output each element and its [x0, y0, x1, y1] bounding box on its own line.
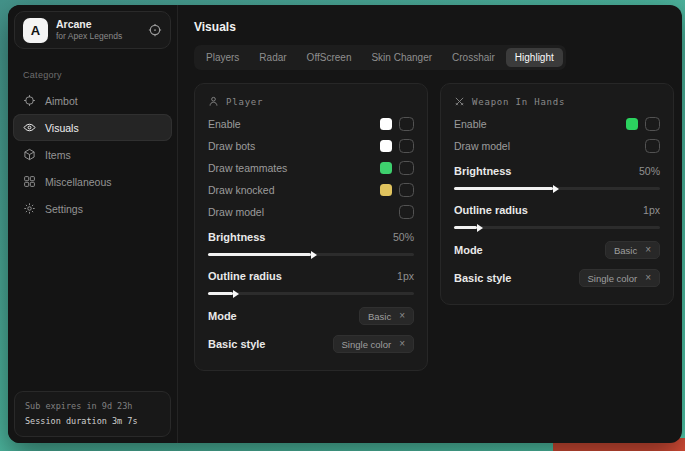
close-icon[interactable]: ×	[645, 245, 651, 255]
close-icon[interactable]: ×	[399, 339, 405, 349]
draw-teammates-checkbox[interactable]	[399, 161, 414, 175]
enable-checkbox[interactable]	[399, 117, 414, 131]
sidebar-item-visuals[interactable]: Visuals	[13, 114, 172, 141]
color-swatch[interactable]	[380, 162, 392, 174]
draw-model-checkbox[interactable]	[399, 205, 414, 219]
outline-radius-slider[interactable]	[454, 226, 660, 229]
brightness-value: 50%	[393, 231, 414, 243]
tab-offscreen[interactable]: OffScreen	[298, 48, 361, 67]
setting-row-basic-style: Basic style Single color ×	[454, 269, 660, 287]
tab-skin-changer[interactable]: Skin Changer	[362, 48, 441, 67]
setting-label: Basic style	[454, 272, 511, 284]
draw-bots-checkbox[interactable]	[399, 139, 414, 153]
draw-model-checkbox[interactable]	[645, 139, 660, 153]
basic-style-tag[interactable]: Single color ×	[333, 335, 414, 353]
player-icon	[208, 96, 219, 107]
setting-label: Brightness	[454, 165, 511, 177]
scope-icon[interactable]	[148, 23, 162, 37]
slider-thumb[interactable]	[233, 290, 239, 298]
eye-icon	[23, 121, 36, 134]
setting-row-draw-model: Draw model	[208, 204, 414, 219]
crosshair-icon	[23, 94, 36, 107]
setting-label: Basic style	[208, 338, 265, 350]
color-swatch[interactable]	[380, 184, 392, 196]
gear-icon	[23, 202, 36, 215]
sidebar-item-label: Aimbot	[45, 95, 78, 107]
player-panel-header: Player	[208, 96, 414, 107]
tab-highlight[interactable]: Highlight	[506, 48, 563, 67]
grid-icon	[23, 175, 36, 188]
slider-thumb[interactable]	[553, 185, 559, 193]
brightness-slider[interactable]	[208, 253, 414, 256]
setting-label: Outline radius	[454, 204, 528, 216]
outline-radius-slider[interactable]	[208, 292, 414, 295]
setting-row-outline-radius: Outline radius 1px	[454, 202, 660, 229]
page-title: Visuals	[194, 20, 682, 34]
subscription-info-card: Sub expires in 9d 23h Session duration 3…	[14, 391, 171, 437]
setting-label: Mode	[208, 310, 237, 322]
color-swatch[interactable]	[380, 140, 392, 152]
player-panel: Player Enable Draw bots	[194, 83, 428, 371]
mode-tag[interactable]: Basic ×	[605, 241, 660, 259]
setting-label: Draw teammates	[208, 162, 287, 174]
tag-value: Single color	[588, 273, 638, 284]
session-duration-text: Session duration 3m 7s	[25, 414, 160, 429]
setting-label: Mode	[454, 244, 483, 256]
close-icon[interactable]: ×	[645, 273, 651, 283]
enable-checkbox[interactable]	[645, 117, 660, 131]
sidebar-item-settings[interactable]: Settings	[13, 195, 172, 222]
sidebar-item-label: Miscellaneous	[45, 176, 112, 188]
sidebar-item-label: Items	[45, 149, 71, 161]
panel-title: Weapon In Hands	[472, 97, 565, 107]
tab-crosshair[interactable]: Crosshair	[443, 48, 504, 67]
setting-row-draw-model: Draw model	[454, 138, 660, 153]
mode-tag[interactable]: Basic ×	[359, 307, 414, 325]
setting-row-mode: Mode Basic ×	[208, 307, 414, 325]
panels-row: Player Enable Draw bots	[194, 83, 674, 371]
setting-row-draw-teammates: Draw teammates	[208, 160, 414, 175]
setting-row-brightness: Brightness 50%	[208, 229, 414, 256]
category-label: Category	[23, 70, 177, 80]
outline-radius-value: 1px	[397, 270, 414, 282]
setting-row-enable: Enable	[208, 116, 414, 131]
sidebar-item-aimbot[interactable]: Aimbot	[13, 87, 172, 114]
outline-radius-value: 1px	[643, 204, 660, 216]
sidebar-item-items[interactable]: Items	[13, 141, 172, 168]
setting-label: Draw model	[208, 206, 264, 218]
brightness-slider[interactable]	[454, 187, 660, 190]
crossed-swords-icon	[454, 96, 465, 107]
slider-thumb[interactable]	[477, 224, 483, 232]
tag-value: Single color	[342, 339, 392, 350]
tab-radar[interactable]: Radar	[250, 48, 295, 67]
app-header-card: A Arcane for Apex Legends	[14, 11, 171, 49]
cube-icon	[23, 148, 36, 161]
sidebar-nav: Aimbot Visuals Items	[8, 87, 177, 222]
setting-label: Brightness	[208, 231, 265, 243]
tag-value: Basic	[368, 311, 391, 322]
sidebar-item-miscellaneous[interactable]: Miscellaneous	[13, 168, 172, 195]
draw-knocked-checkbox[interactable]	[399, 183, 414, 197]
slider-thumb[interactable]	[311, 251, 317, 259]
setting-row-mode: Mode Basic ×	[454, 241, 660, 259]
app-titles: Arcane for Apex Legends	[56, 18, 122, 42]
setting-label: Enable	[454, 118, 487, 130]
color-swatch[interactable]	[380, 118, 392, 130]
sidebar-item-label: Visuals	[45, 122, 79, 134]
basic-style-tag[interactable]: Single color ×	[579, 269, 660, 287]
app-name: Arcane	[56, 18, 122, 31]
sidebar: A Arcane for Apex Legends Category	[8, 5, 178, 443]
weapon-in-hands-panel: Weapon In Hands Enable Draw model	[440, 83, 674, 305]
setting-label: Draw model	[454, 140, 510, 152]
setting-row-brightness: Brightness 50%	[454, 163, 660, 190]
weapon-panel-header: Weapon In Hands	[454, 96, 660, 107]
setting-label: Draw knocked	[208, 184, 275, 196]
setting-row-outline-radius: Outline radius 1px	[208, 268, 414, 295]
tag-value: Basic	[614, 245, 637, 256]
setting-row-draw-knocked: Draw knocked	[208, 182, 414, 197]
color-swatch[interactable]	[626, 118, 638, 130]
visuals-tabbar: Players Radar OffScreen Skin Changer Cro…	[194, 45, 566, 70]
tab-players[interactable]: Players	[197, 48, 248, 67]
brightness-value: 50%	[639, 165, 660, 177]
sidebar-item-label: Settings	[45, 203, 83, 215]
close-icon[interactable]: ×	[399, 311, 405, 321]
